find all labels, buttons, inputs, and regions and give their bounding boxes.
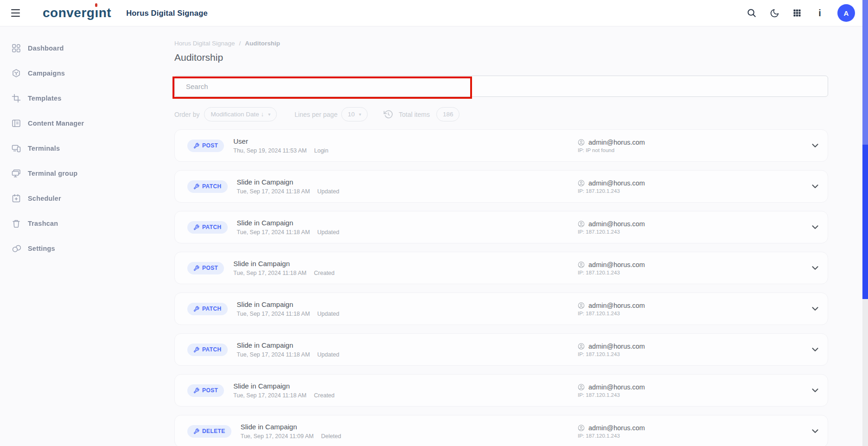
breadcrumb-current: Auditorship [245, 40, 280, 47]
audit-entry-action: Created [314, 270, 334, 276]
audit-entry-user-email: admin@horus.com [588, 343, 645, 350]
sidebar-item-label: Settings [28, 245, 55, 252]
lines-per-page-select[interactable]: 10 ▾ [341, 107, 368, 121]
audit-entry-timestamp: Tue, Sep 17, 2024 11:18 AM [233, 270, 306, 276]
topbar: convergınt Horus Digital Signage i A [0, 0, 868, 26]
audit-log-row[interactable]: PATCH Slide in Campaign Tue, Sep 17, 202… [174, 211, 828, 243]
method-label: DELETE [202, 428, 225, 434]
trashcan-icon [12, 219, 21, 228]
audit-log-row[interactable]: POST Slide in Campaign Tue, Sep 17, 2024… [174, 252, 828, 284]
chevron-down-icon[interactable] [806, 137, 824, 154]
caret-down-icon: ▾ [268, 112, 270, 117]
method-badge: PATCH [187, 303, 228, 315]
method-badge: DELETE [187, 425, 231, 438]
audit-log-row[interactable]: POST User Thu, Sep 19, 2024 11:53 AM Log… [174, 129, 828, 162]
user-icon [578, 179, 585, 186]
audit-entry-user-block: admin@horus.com IP: 187.120.1.243 [578, 220, 645, 235]
audit-entry-user-block: admin@horus.com IP: 187.120.1.243 [578, 261, 645, 275]
scrollbar-thumb-top[interactable] [862, 0, 868, 145]
hamburger-menu-icon[interactable] [11, 9, 21, 17]
terminal-group-icon [12, 169, 21, 178]
total-items-badge: 186 [436, 107, 460, 121]
sidebar-item-label: Terminal group [28, 170, 77, 177]
audit-entry-timestamp: Tue, Sep 17, 2024 11:18 AM [233, 392, 306, 399]
audit-entry-title: Slide in Campaign [241, 423, 341, 431]
templates-icon [12, 94, 21, 103]
sidebar-item-content-manager[interactable]: Content Manager [0, 111, 139, 136]
main-content: Horus Digital Signage / Auditorship Audi… [139, 26, 868, 446]
method-label: PATCH [202, 183, 222, 190]
sidebar-item-campaigns[interactable]: Campaigns [0, 61, 139, 86]
method-badge: PATCH [187, 180, 228, 193]
audit-entry-user-block: admin@horus.com IP: 187.120.1.243 [578, 383, 645, 398]
audit-entry-timestamp: Thu, Sep 19, 2024 11:53 AM [233, 147, 306, 154]
audit-log-row[interactable]: PATCH Slide in Campaign Tue, Sep 17, 202… [174, 293, 828, 325]
chevron-down-icon[interactable] [806, 422, 824, 440]
chevron-down-icon[interactable] [806, 300, 824, 318]
audit-entry-ip: IP: 187.120.1.243 [578, 188, 645, 194]
search-icon[interactable] [747, 8, 757, 18]
dark-mode-moon-icon[interactable] [769, 8, 779, 18]
audit-entry-ip: IP: IP not found [578, 147, 645, 153]
breadcrumb-root[interactable]: Horus Digital Signage [174, 40, 235, 47]
sidebar-item-templates[interactable]: Templates [0, 86, 139, 111]
avatar[interactable]: A [837, 4, 855, 22]
page-scrollbar[interactable] [862, 0, 868, 446]
scheduler-icon [12, 194, 21, 203]
breadcrumb: Horus Digital Signage / Auditorship [174, 40, 828, 47]
chevron-down-icon[interactable] [806, 341, 824, 358]
audit-entry-user-email: admin@horus.com [588, 261, 645, 268]
audit-log-row[interactable]: PATCH Slide in Campaign Tue, Sep 17, 202… [174, 170, 828, 203]
method-badge: POST [187, 384, 224, 397]
chevron-down-icon[interactable] [806, 382, 824, 399]
method-label: PATCH [202, 346, 222, 353]
audit-log-row[interactable]: PATCH Slide in Campaign Tue, Sep 17, 202… [174, 333, 828, 366]
scrollbar-thumb[interactable] [862, 145, 868, 299]
wrench-icon [193, 224, 199, 230]
sidebar-item-dashboard[interactable]: Dashboard [0, 36, 139, 61]
dashboard-icon [12, 44, 21, 53]
apps-grid-icon[interactable] [792, 8, 802, 18]
sidebar-item-terminals[interactable]: Terminals [0, 136, 139, 161]
audit-entry-ip: IP: 187.120.1.243 [578, 229, 645, 235]
audit-entry-action: Updated [317, 351, 339, 358]
sidebar-item-label: Content Manager [28, 120, 84, 127]
audit-entry-user-email: admin@horus.com [588, 179, 645, 187]
audit-entry-ip: IP: 187.120.1.243 [578, 351, 645, 357]
wrench-icon [193, 306, 199, 312]
settings-icon [12, 244, 21, 253]
history-clock-icon [383, 109, 393, 119]
audit-log-row[interactable]: POST Slide in Campaign Tue, Sep 17, 2024… [174, 374, 828, 407]
user-icon [578, 424, 585, 431]
sidebar-item-terminal-group[interactable]: Terminal group [0, 161, 139, 186]
audit-entry-ip: IP: 187.120.1.243 [578, 311, 645, 316]
search-input[interactable] [174, 76, 828, 97]
sidebar-item-settings[interactable]: Settings [0, 236, 139, 261]
terminals-icon [12, 144, 21, 153]
method-label: PATCH [202, 224, 222, 230]
audit-entry-ip: IP: 187.120.1.243 [578, 392, 645, 398]
chevron-down-icon[interactable] [806, 178, 824, 195]
sidebar-item-scheduler[interactable]: Scheduler [0, 186, 139, 211]
audit-entry-title: Slide in Campaign [233, 382, 334, 390]
sidebar-item-trashcan[interactable]: Trashcan [0, 211, 139, 236]
sidebar-item-label: Campaigns [28, 70, 65, 77]
sidebar: DashboardCampaignsTemplatesContent Manag… [0, 26, 139, 446]
audit-entry-title: Slide in Campaign [237, 178, 339, 186]
page-title: Auditorship [174, 52, 828, 63]
audit-entry-action: Updated [317, 311, 339, 317]
audit-entry-title: Slide in Campaign [237, 219, 339, 227]
audit-log-row[interactable]: DELETE Slide in Campaign Tue, Sep 17, 20… [174, 415, 828, 446]
brand-logo-text: converg [43, 6, 95, 19]
chevron-down-icon[interactable] [806, 218, 824, 236]
info-icon[interactable]: i [815, 8, 825, 18]
brand-logo-i: ı [95, 6, 98, 19]
order-by-label: Order by [174, 111, 199, 118]
filter-row: Order by Modification Date ↓ ▾ Lines per… [174, 107, 828, 121]
chevron-down-icon[interactable] [806, 259, 824, 277]
audit-entry-user-email: admin@horus.com [588, 383, 645, 391]
audit-entry-user-block: admin@horus.com IP: IP not found [578, 139, 645, 153]
audit-entry-action: Updated [317, 229, 339, 236]
order-by-select[interactable]: Modification Date ↓ ▾ [204, 107, 277, 121]
method-badge: PATCH [187, 221, 228, 234]
